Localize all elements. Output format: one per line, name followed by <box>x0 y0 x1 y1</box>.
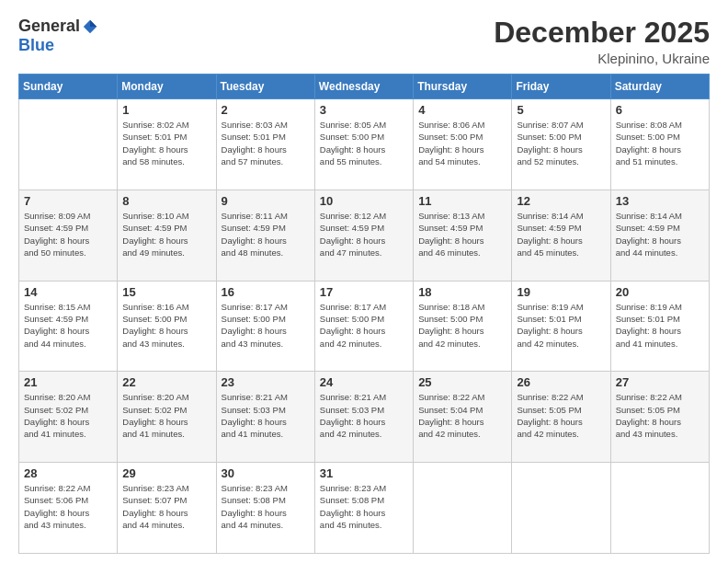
table-row: 7Sunrise: 8:09 AM Sunset: 4:59 PM Daylig… <box>19 190 118 281</box>
day-number: 7 <box>24 194 112 208</box>
day-number: 12 <box>517 194 605 208</box>
day-number: 16 <box>222 285 310 299</box>
table-row: 26Sunrise: 8:22 AM Sunset: 5:05 PM Dayli… <box>512 372 610 463</box>
table-row: 20Sunrise: 8:19 AM Sunset: 5:01 PM Dayli… <box>610 281 709 372</box>
day-number: 25 <box>418 375 506 389</box>
day-info: Sunrise: 8:18 AM Sunset: 5:00 PM Dayligh… <box>418 301 506 350</box>
day-number: 29 <box>122 466 210 480</box>
day-info: Sunrise: 8:20 AM Sunset: 5:02 PM Dayligh… <box>122 391 210 440</box>
day-info: Sunrise: 8:23 AM Sunset: 5:08 PM Dayligh… <box>222 482 310 531</box>
table-row: 27Sunrise: 8:22 AM Sunset: 5:05 PM Dayli… <box>610 372 709 463</box>
day-number: 9 <box>222 194 310 208</box>
table-row <box>414 463 512 554</box>
col-tuesday: Tuesday <box>216 75 314 99</box>
day-number: 27 <box>616 375 704 389</box>
table-row: 15Sunrise: 8:16 AM Sunset: 5:00 PM Dayli… <box>118 281 216 372</box>
table-row: 30Sunrise: 8:23 AM Sunset: 5:08 PM Dayli… <box>216 463 314 554</box>
day-info: Sunrise: 8:03 AM Sunset: 5:01 PM Dayligh… <box>222 119 310 167</box>
table-row: 22Sunrise: 8:20 AM Sunset: 5:02 PM Dayli… <box>118 372 216 463</box>
day-number: 17 <box>320 285 408 299</box>
day-info: Sunrise: 8:02 AM Sunset: 5:01 PM Dayligh… <box>122 119 210 167</box>
day-info: Sunrise: 8:13 AM Sunset: 4:59 PM Dayligh… <box>418 210 506 259</box>
table-row: 13Sunrise: 8:14 AM Sunset: 4:59 PM Dayli… <box>610 190 709 281</box>
week-row-0: 1Sunrise: 8:02 AM Sunset: 5:01 PM Daylig… <box>19 99 710 190</box>
day-info: Sunrise: 8:19 AM Sunset: 5:01 PM Dayligh… <box>616 301 704 350</box>
table-row <box>512 463 610 554</box>
day-number: 2 <box>222 103 310 117</box>
table-row <box>19 99 118 190</box>
day-info: Sunrise: 8:14 AM Sunset: 4:59 PM Dayligh… <box>616 210 704 259</box>
logo-general: General <box>18 17 80 36</box>
day-number: 5 <box>517 103 605 117</box>
day-info: Sunrise: 8:22 AM Sunset: 5:05 PM Dayligh… <box>517 391 605 440</box>
day-info: Sunrise: 8:17 AM Sunset: 5:00 PM Dayligh… <box>320 301 408 350</box>
col-wednesday: Wednesday <box>314 75 413 99</box>
day-number: 11 <box>418 194 506 208</box>
day-number: 31 <box>320 466 408 480</box>
day-info: Sunrise: 8:20 AM Sunset: 5:02 PM Dayligh… <box>24 391 112 440</box>
table-row: 14Sunrise: 8:15 AM Sunset: 4:59 PM Dayli… <box>19 281 118 372</box>
day-number: 23 <box>222 375 310 389</box>
day-number: 21 <box>24 375 112 389</box>
table-row: 1Sunrise: 8:02 AM Sunset: 5:01 PM Daylig… <box>118 99 216 190</box>
day-info: Sunrise: 8:19 AM Sunset: 5:01 PM Dayligh… <box>517 301 605 350</box>
table-row: 18Sunrise: 8:18 AM Sunset: 5:00 PM Dayli… <box>414 281 512 372</box>
table-row: 24Sunrise: 8:21 AM Sunset: 5:03 PM Dayli… <box>314 372 413 463</box>
logo-text: General <box>18 17 98 36</box>
table-row: 31Sunrise: 8:23 AM Sunset: 5:08 PM Dayli… <box>314 463 413 554</box>
table-row: 8Sunrise: 8:10 AM Sunset: 4:59 PM Daylig… <box>118 190 216 281</box>
svg-marker-1 <box>90 19 97 26</box>
day-info: Sunrise: 8:23 AM Sunset: 5:07 PM Dayligh… <box>122 482 210 531</box>
table-row: 29Sunrise: 8:23 AM Sunset: 5:07 PM Dayli… <box>118 463 216 554</box>
day-info: Sunrise: 8:07 AM Sunset: 5:00 PM Dayligh… <box>517 119 605 167</box>
day-number: 8 <box>122 194 210 208</box>
day-number: 14 <box>24 285 112 299</box>
table-row: 17Sunrise: 8:17 AM Sunset: 5:00 PM Dayli… <box>314 281 413 372</box>
day-info: Sunrise: 8:05 AM Sunset: 5:00 PM Dayligh… <box>320 119 408 167</box>
table-row: 19Sunrise: 8:19 AM Sunset: 5:01 PM Dayli… <box>512 281 610 372</box>
day-number: 3 <box>320 103 408 117</box>
day-info: Sunrise: 8:21 AM Sunset: 5:03 PM Dayligh… <box>320 391 408 440</box>
day-number: 24 <box>320 375 408 389</box>
day-number: 6 <box>616 103 704 117</box>
day-number: 20 <box>616 285 704 299</box>
table-row: 3Sunrise: 8:05 AM Sunset: 5:00 PM Daylig… <box>314 99 413 190</box>
col-friday: Friday <box>512 75 610 99</box>
month-title: December 2025 <box>494 17 710 49</box>
day-number: 10 <box>320 194 408 208</box>
day-info: Sunrise: 8:22 AM Sunset: 5:05 PM Dayligh… <box>616 391 704 440</box>
day-info: Sunrise: 8:06 AM Sunset: 5:00 PM Dayligh… <box>418 119 506 167</box>
col-sunday: Sunday <box>19 75 118 99</box>
day-info: Sunrise: 8:09 AM Sunset: 4:59 PM Dayligh… <box>24 210 112 259</box>
page: General Blue December 2025 Klepinino, Uk… <box>0 0 728 563</box>
table-row: 21Sunrise: 8:20 AM Sunset: 5:02 PM Dayli… <box>19 372 118 463</box>
table-row: 4Sunrise: 8:06 AM Sunset: 5:00 PM Daylig… <box>414 99 512 190</box>
table-row: 11Sunrise: 8:13 AM Sunset: 4:59 PM Dayli… <box>414 190 512 281</box>
day-info: Sunrise: 8:16 AM Sunset: 5:00 PM Dayligh… <box>122 301 210 350</box>
week-row-1: 7Sunrise: 8:09 AM Sunset: 4:59 PM Daylig… <box>19 190 710 281</box>
table-row: 6Sunrise: 8:08 AM Sunset: 5:00 PM Daylig… <box>610 99 709 190</box>
table-row: 9Sunrise: 8:11 AM Sunset: 4:59 PM Daylig… <box>216 190 314 281</box>
day-number: 30 <box>222 466 310 480</box>
header: General Blue December 2025 Klepinino, Uk… <box>18 17 710 66</box>
day-number: 22 <box>122 375 210 389</box>
col-saturday: Saturday <box>610 75 709 99</box>
table-row: 10Sunrise: 8:12 AM Sunset: 4:59 PM Dayli… <box>314 190 413 281</box>
day-info: Sunrise: 8:15 AM Sunset: 4:59 PM Dayligh… <box>24 301 112 350</box>
day-number: 13 <box>616 194 704 208</box>
table-row: 5Sunrise: 8:07 AM Sunset: 5:00 PM Daylig… <box>512 99 610 190</box>
day-info: Sunrise: 8:12 AM Sunset: 4:59 PM Dayligh… <box>320 210 408 259</box>
table-row: 12Sunrise: 8:14 AM Sunset: 4:59 PM Dayli… <box>512 190 610 281</box>
table-row: 25Sunrise: 8:22 AM Sunset: 5:04 PM Dayli… <box>414 372 512 463</box>
day-info: Sunrise: 8:22 AM Sunset: 5:06 PM Dayligh… <box>24 482 112 531</box>
location: Klepinino, Ukraine <box>494 51 710 66</box>
title-block: December 2025 Klepinino, Ukraine <box>494 17 710 66</box>
day-info: Sunrise: 8:17 AM Sunset: 5:00 PM Dayligh… <box>222 301 310 350</box>
week-row-3: 21Sunrise: 8:20 AM Sunset: 5:02 PM Dayli… <box>19 372 710 463</box>
table-row: 23Sunrise: 8:21 AM Sunset: 5:03 PM Dayli… <box>216 372 314 463</box>
day-number: 1 <box>122 103 210 117</box>
day-info: Sunrise: 8:23 AM Sunset: 5:08 PM Dayligh… <box>320 482 408 531</box>
day-number: 26 <box>517 375 605 389</box>
week-row-4: 28Sunrise: 8:22 AM Sunset: 5:06 PM Dayli… <box>19 463 710 554</box>
table-row: 16Sunrise: 8:17 AM Sunset: 5:00 PM Dayli… <box>216 281 314 372</box>
